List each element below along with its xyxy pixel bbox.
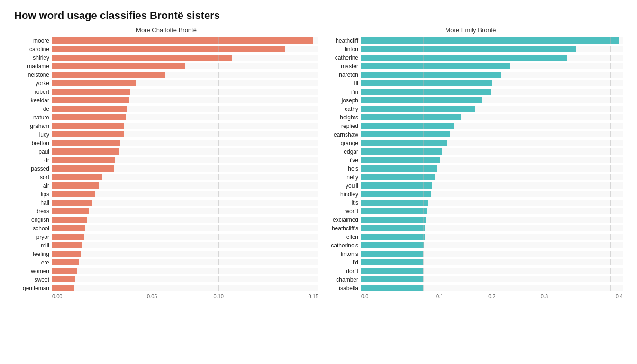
- list-item: nature: [14, 113, 318, 121]
- grid-line: [610, 72, 611, 78]
- bar-fill: [52, 251, 81, 257]
- grid-line: [136, 46, 136, 52]
- bar-track: [52, 174, 318, 180]
- bar-fill: [361, 140, 447, 146]
- bar-fill: [52, 208, 89, 214]
- grid-line: [302, 63, 302, 69]
- grid-line: [423, 268, 424, 274]
- bar-label: he's: [318, 165, 361, 172]
- grid-line: [610, 276, 611, 282]
- bar-fill: [52, 131, 124, 137]
- grid-line: [548, 200, 548, 206]
- bar-label: joseph: [318, 97, 361, 104]
- bar-fill: [52, 225, 85, 231]
- list-item: it's: [318, 199, 623, 207]
- bar-track: [52, 72, 318, 78]
- grid-line: [610, 200, 611, 206]
- bar-track: [52, 276, 318, 282]
- bar-label: feeling: [14, 251, 52, 257]
- grid-line: [423, 251, 424, 257]
- grid-line: [610, 242, 611, 248]
- list-item: feeling: [14, 250, 318, 258]
- bar-label: heights: [318, 114, 361, 121]
- grid-line: [423, 276, 424, 282]
- bar-track: [52, 131, 318, 137]
- grid-line: [486, 106, 486, 112]
- bar-fill: [361, 114, 461, 120]
- charts-container: More Charlotte Brontë moorecarolineshirl…: [14, 27, 623, 299]
- bar-track: [361, 217, 623, 223]
- bar-track: [52, 208, 318, 214]
- grid-line: [218, 46, 219, 52]
- bar-fill: [52, 37, 313, 44]
- list-item: lucy: [14, 130, 318, 138]
- grid-line: [423, 106, 424, 112]
- bar-track: [52, 89, 318, 95]
- grid-line: [423, 114, 424, 120]
- bar-label: english: [14, 217, 52, 223]
- grid-line: [302, 234, 302, 240]
- bar-fill: [361, 89, 491, 95]
- grid-line: [302, 276, 302, 282]
- grid-line: [486, 217, 486, 223]
- bar-label: earnshaw: [318, 131, 361, 138]
- grid-line: [548, 225, 548, 231]
- bar-label: nelly: [318, 174, 361, 181]
- bar-label: ere: [14, 259, 52, 266]
- bar-fill: [52, 80, 136, 86]
- bar-fill: [52, 157, 115, 163]
- bar-label: yorke: [14, 80, 52, 87]
- bar-track: [52, 259, 318, 265]
- grid-line: [423, 123, 424, 129]
- bar-fill: [52, 46, 285, 52]
- grid-line: [548, 285, 548, 291]
- bar-fill: [52, 89, 130, 95]
- list-item: ellen: [318, 233, 623, 241]
- grid-line: [136, 89, 136, 95]
- x-tick-label: 0.0: [361, 293, 413, 299]
- list-item: mill: [14, 241, 318, 249]
- grid-line: [610, 131, 611, 137]
- grid-line: [218, 106, 219, 112]
- grid-line: [548, 131, 548, 137]
- bar-fill: [361, 63, 510, 69]
- bar-label: de: [14, 106, 52, 112]
- bar-label: sort: [14, 174, 52, 181]
- grid-line: [548, 268, 548, 274]
- grid-line: [486, 225, 486, 231]
- grid-line: [423, 182, 424, 189]
- bar-label: grange: [318, 140, 361, 146]
- grid-line: [302, 106, 302, 112]
- grid-line: [486, 37, 486, 44]
- grid-line: [423, 37, 424, 44]
- grid-line: [423, 157, 424, 163]
- bar-label: hindley: [318, 191, 361, 198]
- bar-track: [52, 46, 318, 52]
- bar-track: [52, 148, 318, 155]
- grid-line: [548, 259, 548, 265]
- grid-line: [486, 131, 486, 137]
- grid-line: [486, 165, 486, 172]
- grid-line: [218, 268, 219, 274]
- grid-line: [548, 89, 548, 95]
- grid-line: [610, 106, 611, 112]
- list-item: bretton: [14, 139, 318, 147]
- grid-line: [486, 114, 486, 120]
- bar-track: [361, 234, 623, 240]
- grid-line: [218, 191, 219, 197]
- bar-fill: [52, 242, 82, 248]
- grid-line: [486, 72, 486, 78]
- bar-fill: [361, 97, 482, 103]
- bar-label: cathy: [318, 106, 361, 112]
- bar-track: [361, 89, 623, 95]
- grid-line: [610, 63, 611, 69]
- grid-line: [136, 276, 136, 282]
- grid-line: [423, 165, 424, 172]
- list-item: i'll: [318, 79, 623, 87]
- bar-fill: [361, 191, 431, 197]
- list-item: replied: [318, 122, 623, 130]
- list-item: catherine: [318, 54, 623, 62]
- grid-line: [548, 217, 548, 223]
- bar-fill: [361, 131, 450, 137]
- list-item: heathcliff's: [318, 224, 623, 232]
